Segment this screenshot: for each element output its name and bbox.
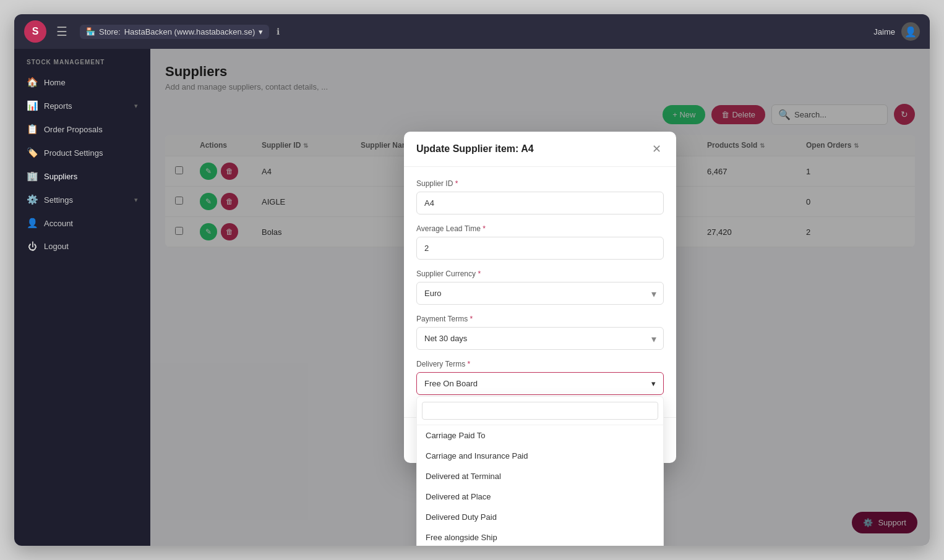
required-mark: * xyxy=(467,360,470,368)
account-icon: 👤 xyxy=(27,218,38,229)
supplier-currency-select[interactable]: Euro xyxy=(416,282,664,305)
modal-body: Supplier ID * Average Lead Time * xyxy=(404,167,676,417)
avatar[interactable]: 👤 xyxy=(901,22,920,41)
chevron-down-icon: ▾ xyxy=(259,27,263,36)
payment-terms-select[interactable]: Net 30 days xyxy=(416,327,664,350)
sidebar-item-account[interactable]: 👤 Account xyxy=(14,211,150,235)
required-mark: * xyxy=(470,315,473,323)
chevron-down-icon: ▾ xyxy=(134,196,138,204)
dropdown-search-input[interactable] xyxy=(422,402,658,420)
supplier-currency-group: Supplier Currency * Euro ▾ xyxy=(416,269,664,305)
avg-lead-time-group: Average Lead Time * xyxy=(416,224,664,260)
required-mark: * xyxy=(483,224,486,233)
sidebar-item-suppliers[interactable]: 🏢 Suppliers xyxy=(14,164,150,188)
modal-dialog: Update Supplier item: A4 ✕ Supplier ID * xyxy=(404,132,676,463)
modal-overlay[interactable]: Update Supplier item: A4 ✕ Supplier ID * xyxy=(150,49,930,546)
user-name: Jaime xyxy=(873,27,895,36)
sidebar-item-label: Reports xyxy=(44,101,72,111)
sidebar: STOCK MANAGEMENT 🏠 Home 📊 Reports ▾ 📋 Or… xyxy=(14,49,150,546)
delivery-option-carriage-insurance[interactable]: Carriage and Insurance Paid xyxy=(417,446,663,466)
supplier-currency-label: Supplier Currency * xyxy=(416,269,664,278)
delivery-option-delivered-duty[interactable]: Delivered Duty Paid xyxy=(417,507,663,527)
reports-icon: 📊 xyxy=(27,100,38,111)
sidebar-item-label: Logout xyxy=(44,242,69,251)
top-bar-right: Jaime 👤 xyxy=(873,22,920,41)
delivery-terms-dropdown: Carriage Paid To Carriage and Insurance … xyxy=(416,396,664,546)
store-label: Store: xyxy=(99,27,121,36)
top-bar: S ☰ 🏪 Store: HastaBacken (www.hastabacke… xyxy=(14,14,930,49)
dropdown-options-list: Carriage Paid To Carriage and Insurance … xyxy=(417,425,663,546)
required-mark: * xyxy=(455,179,458,188)
payment-terms-group: Payment Terms * Net 30 days ▾ xyxy=(416,315,664,350)
chevron-down-icon: ▾ xyxy=(651,379,656,388)
sidebar-item-logout[interactable]: ⏻ Logout xyxy=(14,235,150,258)
suppliers-icon: 🏢 xyxy=(27,171,38,182)
sidebar-item-reports[interactable]: 📊 Reports ▾ xyxy=(14,94,150,117)
sidebar-section-label: STOCK MANAGEMENT xyxy=(14,59,150,70)
delivery-terms-value: Free On Board xyxy=(424,379,478,388)
close-button[interactable]: ✕ xyxy=(649,142,664,156)
delivery-terms-display[interactable]: Free On Board ▾ xyxy=(416,372,664,395)
avg-lead-time-label: Average Lead Time * xyxy=(416,224,664,233)
settings-icon: ⚙️ xyxy=(27,194,38,205)
logo: S xyxy=(24,20,46,43)
payment-terms-label: Payment Terms * xyxy=(416,315,664,323)
delivery-terms-group: Delivery Terms * Free On Board ▾ xyxy=(416,360,664,395)
sidebar-item-label: Account xyxy=(44,219,73,228)
sidebar-item-label: Settings xyxy=(44,195,73,205)
supplier-id-label: Supplier ID * xyxy=(416,179,664,188)
store-name: HastaBacken (www.hastabacken.se) xyxy=(124,27,255,36)
order-proposals-icon: 📋 xyxy=(27,124,38,135)
home-icon: 🏠 xyxy=(27,77,38,88)
info-icon[interactable]: ℹ xyxy=(277,27,280,36)
content-area: Suppliers Add and manage suppliers, cont… xyxy=(150,49,930,546)
supplier-currency-wrapper: Euro ▾ xyxy=(416,282,664,305)
modal-title: Update Supplier item: A4 xyxy=(416,143,534,155)
store-icon: 🏪 xyxy=(86,27,95,36)
sidebar-item-product-settings[interactable]: 🏷️ Product Settings xyxy=(14,141,150,164)
user-icon: 👤 xyxy=(904,26,917,38)
payment-terms-wrapper: Net 30 days ▾ xyxy=(416,327,664,350)
modal-header: Update Supplier item: A4 ✕ xyxy=(404,132,676,167)
sidebar-item-order-proposals[interactable]: 📋 Order Proposals xyxy=(14,117,150,141)
sidebar-item-settings[interactable]: ⚙️ Settings ▾ xyxy=(14,188,150,211)
delivery-option-delivered-terminal[interactable]: Delivered at Terminal xyxy=(417,466,663,486)
sidebar-item-home[interactable]: 🏠 Home xyxy=(14,70,150,94)
required-mark: * xyxy=(478,269,481,278)
dropdown-search-box xyxy=(417,397,663,425)
product-settings-icon: 🏷️ xyxy=(27,147,38,158)
store-selector[interactable]: 🏪 Store: HastaBacken (www.hastabacken.se… xyxy=(80,25,269,39)
avg-lead-time-input[interactable] xyxy=(416,237,664,260)
delivery-terms-wrapper: Free On Board ▾ Carriage Paid To xyxy=(416,372,664,395)
hamburger-menu[interactable]: ☰ xyxy=(56,24,67,39)
supplier-id-group: Supplier ID * xyxy=(416,179,664,214)
sidebar-item-label: Product Settings xyxy=(44,148,103,158)
delivery-option-free-alongside[interactable]: Free alongside Ship xyxy=(417,527,663,546)
delivery-option-delivered-place[interactable]: Delivered at Place xyxy=(417,486,663,507)
chevron-down-icon: ▾ xyxy=(134,102,138,110)
delivery-terms-label: Delivery Terms * xyxy=(416,360,664,368)
delivery-option-carriage-paid[interactable]: Carriage Paid To xyxy=(417,425,663,446)
sidebar-item-label: Order Proposals xyxy=(44,125,103,134)
supplier-id-input[interactable] xyxy=(416,192,664,214)
sidebar-item-label: Suppliers xyxy=(44,172,77,181)
sidebar-item-label: Home xyxy=(44,78,66,87)
logout-icon: ⏻ xyxy=(27,241,38,252)
